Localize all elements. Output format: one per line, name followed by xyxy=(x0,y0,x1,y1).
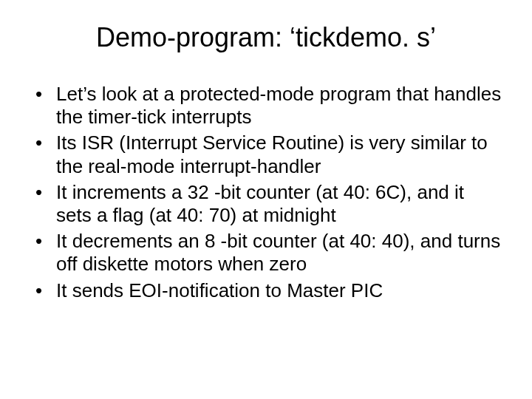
bullet-item: It decrements an 8 -bit counter (at 40: … xyxy=(35,230,502,276)
bullet-item: Let’s look at a protected-mode program t… xyxy=(35,83,502,129)
bullet-list: Let’s look at a protected-mode program t… xyxy=(30,83,502,302)
bullet-item: It sends EOI-notification to Master PIC xyxy=(35,279,502,302)
slide-title: Demo-program: ‘tickdemo. s’ xyxy=(30,22,502,53)
bullet-item: It increments a 32 -bit counter (at 40: … xyxy=(35,181,502,227)
bullet-item: Its ISR (Interrupt Service Routine) is v… xyxy=(35,132,502,177)
